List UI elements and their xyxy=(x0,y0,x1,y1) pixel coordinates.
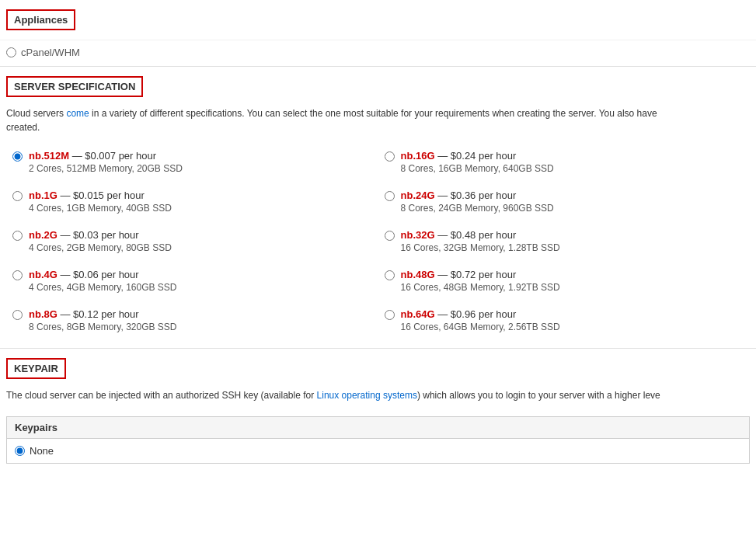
spec-radio-nb16g[interactable] xyxy=(385,151,395,162)
spec-col-left: nb.512M — $0.007 per hour 2 Cores, 512MB… xyxy=(6,142,378,340)
spec-price-nb32g: — $0.48 per hour xyxy=(437,229,516,241)
server-spec-link[interactable]: come xyxy=(66,108,89,119)
spec-name-nb512m: nb.512M xyxy=(29,150,69,162)
keypair-description: The cloud server can be injected with an… xyxy=(0,385,756,410)
spec-details-nb64g: 16 Cores, 64GB Memory, 2.56TB SSD xyxy=(401,322,560,332)
spec-item-nb1g: nb.1G — $0.015 per hour 4 Cores, 1GB Mem… xyxy=(6,182,378,221)
spec-price-nb64g: — $0.96 per hour xyxy=(437,308,516,320)
spec-price-nb24g: — $0.36 per hour xyxy=(437,190,516,201)
spec-radio-nb512m[interactable] xyxy=(12,151,23,162)
spec-radio-nb2g[interactable] xyxy=(12,231,23,241)
spec-grid: nb.512M — $0.007 per hour 2 Cores, 512MB… xyxy=(0,142,756,340)
spec-details-nb16g: 8 Cores, 16GB Memory, 640GB SSD xyxy=(401,163,554,174)
spec-name-nb4g: nb.4G xyxy=(29,269,57,280)
spec-price-nb2g: — $0.03 per hour xyxy=(60,229,138,241)
spec-radio-nb64g[interactable] xyxy=(385,310,395,320)
spec-name-nb32g: nb.32G xyxy=(401,229,435,241)
spec-radio-nb1g[interactable] xyxy=(12,191,23,201)
spec-item-nb32g: nb.32G — $0.48 per hour 16 Cores, 32GB M… xyxy=(378,221,751,261)
spec-col-right: nb.16G — $0.24 per hour 8 Cores, 16GB Me… xyxy=(378,142,751,340)
spec-radio-nb8g[interactable] xyxy=(12,310,23,320)
spec-item-nb8g: nb.8G — $0.12 per hour 8 Cores, 8GB Memo… xyxy=(6,301,378,340)
spec-item-nb64g: nb.64G — $0.96 per hour 16 Cores, 64GB M… xyxy=(378,301,751,340)
spec-details-nb8g: 8 Cores, 8GB Memory, 320GB SSD xyxy=(29,322,177,332)
spec-item-nb2g: nb.2G — $0.03 per hour 4 Cores, 2GB Memo… xyxy=(6,221,378,261)
keypair-section: KEYPAIR The cloud server can be injected… xyxy=(0,349,756,471)
keypair-os-link[interactable]: Linux operating systems xyxy=(317,390,417,401)
spec-name-nb1g: nb.1G xyxy=(29,190,57,201)
appliances-title: Appliances xyxy=(6,9,75,30)
keypair-label-none: None xyxy=(30,445,54,457)
keypairs-box-header: Keypairs xyxy=(7,417,749,439)
spec-details-nb32g: 16 Cores, 32GB Memory, 1.28TB SSD xyxy=(401,242,560,253)
spec-radio-nb4g[interactable] xyxy=(12,270,23,280)
spec-name-nb16g: nb.16G xyxy=(401,150,435,162)
spec-price-nb1g: — $0.015 per hour xyxy=(60,190,144,201)
appliance-item-cpanel[interactable]: cPanel/WHM xyxy=(0,40,756,66)
spec-details-nb4g: 4 Cores, 4GB Memory, 160GB SSD xyxy=(29,282,177,293)
spec-radio-nb32g[interactable] xyxy=(385,231,395,241)
keypairs-box: Keypairs None xyxy=(6,416,750,464)
keypair-title: KEYPAIR xyxy=(6,358,66,379)
server-spec-section: SERVER SPECIFICATION Cloud servers come … xyxy=(0,67,756,349)
spec-details-nb48g: 16 Cores, 48GB Memory, 1.92TB SSD xyxy=(401,282,560,293)
appliances-section: Appliances cPanel/WHM xyxy=(0,0,756,67)
server-spec-title: SERVER SPECIFICATION xyxy=(6,76,143,97)
spec-details-nb24g: 8 Cores, 24GB Memory, 960GB SSD xyxy=(401,203,554,214)
spec-name-nb8g: nb.8G xyxy=(29,308,57,320)
spec-item-nb4g: nb.4G — $0.06 per hour 4 Cores, 4GB Memo… xyxy=(6,261,378,301)
appliance-radio-cpanel[interactable] xyxy=(6,47,16,57)
spec-price-nb512m: — $0.007 per hour xyxy=(72,150,156,162)
spec-radio-nb24g[interactable] xyxy=(385,191,395,201)
spec-details-nb2g: 4 Cores, 2GB Memory, 80GB SSD xyxy=(29,242,172,253)
spec-details-nb1g: 4 Cores, 1GB Memory, 40GB SSD xyxy=(29,203,172,214)
spec-radio-nb48g[interactable] xyxy=(385,270,395,280)
keypair-item-none: None xyxy=(7,439,749,463)
spec-price-nb8g: — $0.12 per hour xyxy=(60,308,138,320)
spec-item-nb16g: nb.16G — $0.24 per hour 8 Cores, 16GB Me… xyxy=(378,142,751,182)
spec-details-nb512m: 2 Cores, 512MB Memory, 20GB SSD xyxy=(29,163,183,174)
spec-name-nb64g: nb.64G xyxy=(401,308,435,320)
spec-name-nb24g: nb.24G xyxy=(401,190,435,201)
spec-item-nb48g: nb.48G — $0.72 per hour 16 Cores, 48GB M… xyxy=(378,261,751,301)
spec-item-nb512m: nb.512M — $0.007 per hour 2 Cores, 512MB… xyxy=(6,142,378,182)
spec-item-nb24g: nb.24G — $0.36 per hour 8 Cores, 24GB Me… xyxy=(378,182,751,221)
spec-name-nb48g: nb.48G xyxy=(401,269,435,280)
spec-price-nb48g: — $0.72 per hour xyxy=(437,269,516,280)
keypair-radio-none[interactable] xyxy=(15,446,25,456)
spec-price-nb16g: — $0.24 per hour xyxy=(437,150,516,162)
spec-price-nb4g: — $0.06 per hour xyxy=(60,269,138,280)
appliance-label-cpanel: cPanel/WHM xyxy=(21,47,80,58)
server-spec-description: Cloud servers come in a variety of diffe… xyxy=(0,103,756,142)
spec-name-nb2g: nb.2G xyxy=(29,229,57,241)
